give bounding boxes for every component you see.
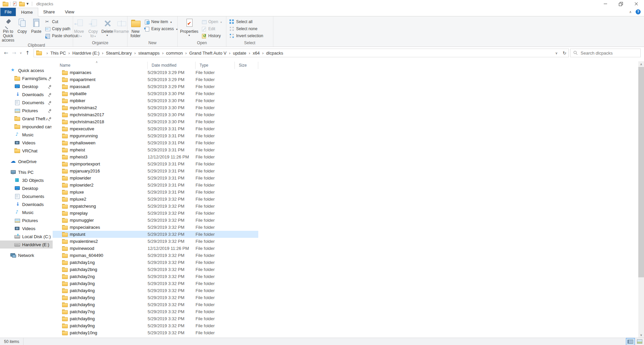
- sidebar-item[interactable]: Quick access: [0, 66, 53, 74]
- sidebar-item[interactable]: Documents: [0, 98, 53, 107]
- file-row[interactable]: mpvinewood 12/12/2019 11:26 PM File fold…: [53, 245, 258, 252]
- sidebar-item[interactable]: Videos: [0, 139, 53, 147]
- address-bar[interactable]: › This PC › Harddrive (E:) › SteamLibrar…: [34, 49, 569, 57]
- file-row[interactable]: patchday3ng 5/29/2019 3:32 PM File folde…: [53, 280, 258, 287]
- file-row[interactable]: mpbattle 5/29/2019 3:30 PM File folder: [53, 90, 258, 97]
- copy-button[interactable]: Copy: [15, 17, 29, 34]
- scroll-up-icon[interactable]: ∧: [638, 61, 644, 67]
- column-header-date-modified[interactable]: Date modified: [148, 62, 196, 69]
- paste-button[interactable]: Paste: [29, 17, 43, 34]
- file-row[interactable]: mpluxe 5/29/2019 3:31 PM File folder: [53, 189, 258, 196]
- new-item-button[interactable]: New item: [143, 18, 179, 25]
- file-row[interactable]: patchday6ng 5/29/2019 3:32 PM File folde…: [53, 301, 258, 308]
- sidebar-item[interactable]: This PC: [0, 168, 53, 176]
- file-row[interactable]: patchday8ng 5/29/2019 3:32 PM File folde…: [53, 315, 258, 322]
- sidebar-item[interactable]: Network: [0, 251, 53, 259]
- easy-access-button[interactable]: Easy access: [143, 25, 179, 32]
- large-icons-view-button[interactable]: [635, 338, 644, 345]
- tab-file[interactable]: File: [0, 8, 16, 16]
- search-input[interactable]: [581, 51, 634, 56]
- copy-to-button[interactable]: Copy to: [86, 17, 100, 39]
- file-row[interactable]: mpheist 5/29/2019 3:31 PM File folder: [53, 146, 258, 153]
- qat-dropdown-icon[interactable]: ▼: [26, 3, 29, 5]
- scroll-down-icon[interactable]: ∨: [638, 332, 644, 338]
- file-row[interactable]: mplowrider2 5/29/2019 3:31 PM File folde…: [53, 182, 258, 189]
- sidebar-item[interactable]: Music: [0, 208, 53, 216]
- breadcrumb-segment[interactable]: Harddrive (E:): [72, 51, 100, 56]
- file-row[interactable]: patchday10ng 5/29/2019 3:32 PM File fold…: [53, 329, 258, 336]
- file-row[interactable]: mpheist3 12/12/2019 11:26 PM File folder: [53, 153, 258, 160]
- file-row[interactable]: patchday1ng 5/29/2019 3:32 PM File folde…: [53, 259, 258, 266]
- file-row[interactable]: mpchristmas2018 5/29/2019 3:30 PM File f…: [53, 118, 258, 125]
- scrollbar-thumb[interactable]: [638, 67, 644, 277]
- sidebar-item[interactable]: impounded cars afg: [0, 123, 53, 131]
- file-row[interactable]: mplowrider 5/29/2019 3:31 PM File folder: [53, 175, 258, 182]
- sidebar-item[interactable]: Downloads: [0, 200, 53, 208]
- back-button[interactable]: ←: [2, 49, 10, 57]
- file-row[interactable]: mphalloween 5/29/2019 3:31 PM File folde…: [53, 139, 258, 146]
- file-row[interactable]: mpspecialraces 5/29/2019 3:32 PM File fo…: [53, 224, 258, 231]
- collapse-ribbon-icon[interactable]: ∧: [629, 10, 632, 14]
- file-row[interactable]: mpreplay 5/29/2019 3:32 PM File folder: [53, 210, 258, 217]
- breadcrumb-segment[interactable]: This PC: [50, 51, 66, 56]
- sidebar-item[interactable]: Desktop: [0, 184, 53, 192]
- sidebar-item[interactable]: Desktop: [0, 82, 53, 90]
- column-header-name[interactable]: Name ∧: [53, 62, 148, 69]
- sidebar-item[interactable]: 3D Objects: [0, 176, 53, 184]
- file-row[interactable]: patchday2ng 5/29/2019 3:32 PM File folde…: [53, 273, 258, 280]
- pin-to-quick-access-button[interactable]: Pin to Quick access: [1, 17, 15, 43]
- tab[interactable]: Home: [16, 8, 38, 16]
- tab[interactable]: Share: [38, 8, 60, 16]
- history-button[interactable]: History: [200, 32, 223, 39]
- file-row[interactable]: mpgunrunning 5/29/2019 3:31 PM File fold…: [53, 132, 258, 139]
- file-row[interactable]: mpimportexport 5/29/2019 3:31 PM File fo…: [53, 160, 258, 167]
- file-row[interactable]: patchday2bng 5/29/2019 3:32 PM File fold…: [53, 266, 258, 273]
- file-row[interactable]: patchday9ng 5/29/2019 3:32 PM File folde…: [53, 322, 258, 329]
- breadcrumb-segment[interactable]: SteamLibrary: [106, 51, 132, 56]
- new-folder-button[interactable]: New folder: [128, 17, 143, 38]
- breadcrumb-segment[interactable]: common: [166, 51, 183, 56]
- refresh-icon[interactable]: ↻: [560, 49, 569, 57]
- file-row[interactable]: patchday7ng 5/29/2019 3:32 PM File folde…: [53, 308, 258, 315]
- rename-button[interactable]: Rename: [114, 17, 128, 34]
- sidebar-item[interactable]: VRChat: [0, 147, 53, 155]
- sidebar-item[interactable]: OneDrive: [0, 157, 53, 165]
- column-header-type[interactable]: Type: [196, 62, 235, 69]
- move-to-button[interactable]: Move to: [72, 17, 86, 39]
- minimize-button[interactable]: [598, 0, 613, 8]
- file-row[interactable]: mpchristmas2017 5/29/2019 3:30 PM File f…: [53, 111, 258, 118]
- sidebar-item[interactable]: Harddrive (E:): [0, 240, 53, 249]
- file-row[interactable]: mpsmuggler 5/29/2019 3:32 PM File folder: [53, 217, 258, 224]
- sidebar-item[interactable]: Music: [0, 131, 53, 139]
- file-row[interactable]: mpvalentines2 5/29/2019 3:32 PM File fol…: [53, 238, 258, 245]
- breadcrumb-segment[interactable]: x64: [253, 51, 260, 56]
- file-row[interactable]: patchday5ng 5/29/2019 3:32 PM File folde…: [53, 294, 258, 301]
- file-row[interactable]: mpexecutive 5/29/2019 3:31 PM File folde…: [53, 125, 258, 132]
- invert-selection-button[interactable]: Invert selection: [227, 32, 265, 39]
- breadcrumb-segment[interactable]: dlcpacks: [266, 51, 283, 56]
- sidebar-item[interactable]: FarmingSimulato: [0, 74, 53, 82]
- file-row[interactable]: mpassault 5/29/2019 3:29 PM File folder: [53, 83, 258, 90]
- file-row[interactable]: mpluxe2 5/29/2019 3:32 PM File folder: [53, 196, 258, 203]
- recent-locations-icon[interactable]: ∨: [18, 49, 23, 57]
- file-row[interactable]: mpstunt 5/29/2019 3:32 PM File folder: [53, 231, 258, 238]
- file-row[interactable]: mpjanuary2016 5/29/2019 3:31 PM File fol…: [53, 167, 258, 175]
- delete-button[interactable]: Delete: [100, 17, 114, 37]
- select-all-button[interactable]: Select all: [227, 18, 265, 25]
- column-header-size[interactable]: Size: [235, 62, 258, 69]
- sidebar-item[interactable]: Documents: [0, 192, 53, 200]
- edit-button[interactable]: Edit: [200, 25, 223, 32]
- details-view-button[interactable]: [626, 338, 635, 345]
- open-button[interactable]: Open: [200, 18, 223, 25]
- forward-button[interactable]: →: [10, 49, 18, 57]
- file-row[interactable]: mpairraces 5/29/2019 3:29 PM File folder: [53, 69, 258, 76]
- file-row[interactable]: mpapartment 5/29/2019 3:29 PM File folde…: [53, 76, 258, 83]
- search-box[interactable]: [570, 49, 641, 57]
- restore-button[interactable]: [613, 0, 629, 8]
- file-row[interactable]: mpxmas_604490 5/29/2019 3:32 PM File fol…: [53, 252, 258, 259]
- vertical-scrollbar[interactable]: ∧ ∨: [638, 61, 644, 338]
- select-none-button[interactable]: Select none: [227, 25, 265, 32]
- file-row[interactable]: mpchristmas2 5/29/2019 3:30 PM File fold…: [53, 104, 258, 111]
- sidebar-item[interactable]: Videos: [0, 224, 53, 232]
- help-icon[interactable]: ?: [636, 9, 641, 14]
